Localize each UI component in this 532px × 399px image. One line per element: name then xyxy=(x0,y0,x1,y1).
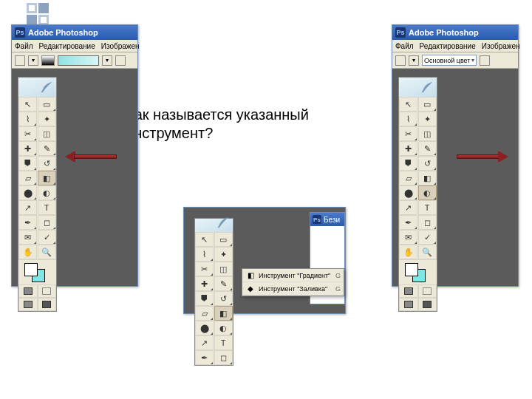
tool-preset-icon[interactable] xyxy=(395,55,406,66)
opt-icon[interactable] xyxy=(480,55,490,66)
toolbox-header-icon xyxy=(18,78,56,97)
patch-tool[interactable]: ✚ xyxy=(18,141,37,156)
brush-tool[interactable]: ✎ xyxy=(38,141,56,156)
slice-tool[interactable]: ◫ xyxy=(418,126,437,141)
titlebar[interactable]: Ps Adobe Photoshop xyxy=(392,25,518,40)
pen-tool[interactable]: ✒ xyxy=(195,350,214,365)
color-swatches[interactable] xyxy=(18,259,56,284)
menu-image[interactable]: Изображен xyxy=(101,42,140,50)
stamp-tool[interactable]: ⛊ xyxy=(195,291,214,306)
gradient-preview[interactable] xyxy=(58,55,99,66)
menu-edit[interactable]: Редактирование xyxy=(420,42,476,50)
zoom-tool[interactable]: 🔍 xyxy=(38,245,56,259)
eraser-tool[interactable]: ▱ xyxy=(399,171,417,185)
slice-tool[interactable]: ◫ xyxy=(214,262,233,276)
type-tool[interactable]: T xyxy=(418,200,437,215)
stamp-tool[interactable]: ⛊ xyxy=(18,156,37,171)
color-swatches[interactable] xyxy=(399,259,437,284)
move-tool[interactable]: ↖ xyxy=(195,232,214,247)
brush-tool[interactable]: ✎ xyxy=(418,141,437,156)
gradient-tool[interactable]: ◧ xyxy=(418,171,437,185)
patch-tool[interactable]: ✚ xyxy=(195,276,214,291)
standard-mode-icon[interactable] xyxy=(399,284,418,298)
type-tool[interactable]: T xyxy=(38,200,56,215)
dropdown-icon[interactable]: ▾ xyxy=(28,55,38,66)
ps-logo-icon: Ps xyxy=(313,215,321,224)
blur-tool[interactable]: ⬤ xyxy=(195,321,214,335)
dodge-tool[interactable]: ◐ xyxy=(418,185,437,200)
screen-mode-icon[interactable] xyxy=(418,298,437,311)
fill-mode-select[interactable]: Основной цвет xyxy=(422,55,477,66)
stamp-tool[interactable]: ⛊ xyxy=(399,156,417,171)
gradient-tool[interactable]: ◧ xyxy=(38,171,56,185)
move-tool[interactable]: ↖ xyxy=(399,97,417,112)
foreground-color-swatch[interactable] xyxy=(24,263,38,276)
marquee-tool[interactable]: ▭ xyxy=(418,97,437,112)
menu-edit[interactable]: Редактирование xyxy=(39,42,95,50)
history-brush-tool[interactable]: ↺ xyxy=(418,156,437,171)
lasso-tool[interactable]: ⌇ xyxy=(195,247,214,262)
eraser-tool[interactable]: ▱ xyxy=(18,171,37,185)
type-tool[interactable]: T xyxy=(214,335,233,350)
wand-tool[interactable]: ✦ xyxy=(418,112,437,126)
notes-tool[interactable]: ✉ xyxy=(399,230,417,245)
crop-tool[interactable]: ✂ xyxy=(195,262,214,276)
quickmask-mode-icon[interactable] xyxy=(38,284,57,298)
screen-mode-icon[interactable] xyxy=(399,298,418,311)
gradient-tool[interactable]: ◧ xyxy=(214,306,233,321)
menu-image[interactable]: Изображен xyxy=(482,42,520,50)
hand-tool[interactable]: ✋ xyxy=(18,245,37,259)
path-tool[interactable]: ↗ xyxy=(18,200,37,215)
menubar: Файл Редактирование Изображен xyxy=(392,40,518,52)
crop-tool[interactable]: ✂ xyxy=(18,126,37,141)
gradient-swatch[interactable] xyxy=(41,55,55,66)
blur-tool[interactable]: ⬤ xyxy=(399,185,417,200)
screen-mode-icon[interactable] xyxy=(38,298,57,311)
dodge-tool[interactable]: ◐ xyxy=(214,321,233,335)
hand-tool[interactable]: ✋ xyxy=(399,245,417,259)
slice-tool[interactable]: ◫ xyxy=(38,126,56,141)
brush-tool[interactable]: ✎ xyxy=(214,276,233,291)
quickmask-mode-icon[interactable] xyxy=(418,284,437,298)
screen-mode-icon[interactable] xyxy=(18,298,38,311)
eraser-tool[interactable]: ▱ xyxy=(195,306,214,321)
zoom-tool[interactable]: 🔍 xyxy=(418,245,437,259)
history-brush-tool[interactable]: ↺ xyxy=(38,156,56,171)
dropdown-icon[interactable]: ▾ xyxy=(409,55,419,66)
wand-tool[interactable]: ✦ xyxy=(214,247,233,262)
move-tool[interactable]: ↖ xyxy=(18,97,37,112)
pen-tool[interactable]: ✒ xyxy=(18,215,37,230)
flyout-item-paintbucket[interactable]: ◆ Инструмент "Заливка" G xyxy=(242,282,344,296)
crop-tool[interactable]: ✂ xyxy=(399,126,417,141)
dodge-tool[interactable]: ◐ xyxy=(38,185,56,200)
menu-file[interactable]: Файл xyxy=(15,42,33,50)
lasso-tool[interactable]: ⌇ xyxy=(399,112,417,126)
notes-tool[interactable]: ✉ xyxy=(18,230,37,245)
shape-tool[interactable]: ◻ xyxy=(38,215,56,230)
pen-tool[interactable]: ✒ xyxy=(399,215,417,230)
history-brush-tool[interactable]: ↺ xyxy=(214,291,233,306)
titlebar[interactable]: Ps Adobe Photoshop xyxy=(12,25,137,40)
standard-mode-icon[interactable] xyxy=(18,284,38,298)
path-tool[interactable]: ↗ xyxy=(399,200,417,215)
shape-tool[interactable]: ◻ xyxy=(214,350,233,365)
patch-tool[interactable]: ✚ xyxy=(399,141,417,156)
menu-file[interactable]: Файл xyxy=(395,42,414,50)
path-tool[interactable]: ↗ xyxy=(195,335,214,350)
eyedropper-tool[interactable]: ✓ xyxy=(38,230,56,245)
blur-tool[interactable]: ⬤ xyxy=(18,185,37,200)
marquee-tool[interactable]: ▭ xyxy=(214,232,233,247)
marquee-tool[interactable]: ▭ xyxy=(38,97,56,112)
gradient-type-icon[interactable] xyxy=(115,55,126,66)
submenu-indicator-icon xyxy=(211,362,213,364)
eyedropper-tool[interactable]: ✓ xyxy=(418,230,437,245)
foreground-color-swatch[interactable] xyxy=(405,263,418,276)
gradient-icon: ◧ xyxy=(245,271,256,280)
shape-tool[interactable]: ◻ xyxy=(418,215,437,230)
tool-preset-icon[interactable] xyxy=(15,55,25,66)
wand-tool[interactable]: ✦ xyxy=(38,112,56,126)
lasso-tool[interactable]: ⌇ xyxy=(18,112,37,126)
dropdown-icon[interactable]: ▾ xyxy=(102,55,112,66)
document-titlebar[interactable]: Ps Бези xyxy=(310,213,344,226)
flyout-item-gradient[interactable]: ◧ Инструмент "Градиент" G xyxy=(242,269,344,282)
